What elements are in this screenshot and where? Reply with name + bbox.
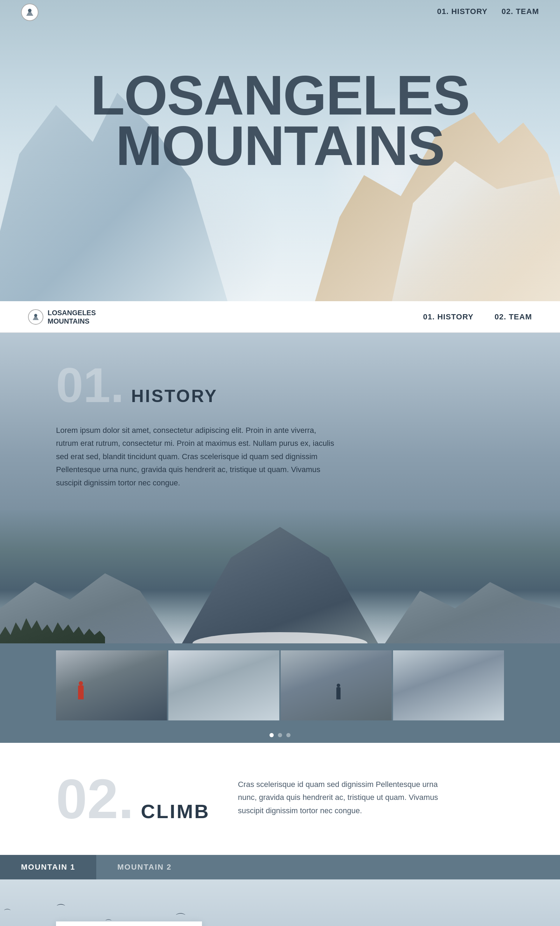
hero-title-block: LOSANGELES MOUNTAINS: [91, 70, 469, 171]
gallery-item-1[interactable]: [56, 651, 167, 720]
gallery-item-3[interactable]: [281, 651, 392, 720]
hero-nav-history[interactable]: 01. HISTORY: [437, 7, 488, 16]
gallery-strip: [0, 643, 560, 728]
history-title: HISTORY: [131, 386, 218, 406]
climb-section: 02. CLIMB Cras scelerisque id quam sed d…: [0, 743, 560, 855]
climber-red: [78, 685, 84, 699]
tab-mountain-2[interactable]: MOUNTAIN 2: [96, 855, 193, 879]
mountain-bg-right: [385, 556, 560, 643]
main-navbar: LOSANGELES MOUNTAINS 01. HISTORY 02. TEA…: [0, 301, 560, 333]
navbar-logo: LOSANGELES MOUNTAINS: [28, 309, 96, 325]
history-section: 01. HISTORY Lorem ipsum dolor sit amet, …: [0, 333, 560, 743]
hero-nav-team[interactable]: 02. TEAM: [501, 7, 539, 16]
history-heading: 01. HISTORY: [56, 361, 504, 410]
climb-heading: 02. CLIMB: [56, 771, 210, 827]
climb-body: Cras scelerisque id quam sed dignissim P…: [238, 771, 448, 817]
carousel-dot-1[interactable]: [270, 733, 274, 737]
climb-number: 02.: [56, 771, 134, 827]
gallery-item-4[interactable]: [393, 651, 504, 720]
navbar-nav-history[interactable]: 01. HISTORY: [423, 312, 474, 322]
climb-title: CLIMB: [141, 800, 210, 823]
hero-logo-icon: [21, 3, 39, 21]
carousel-dots: [0, 728, 560, 743]
navbar-nav-team[interactable]: 02. TEAM: [495, 312, 532, 322]
carousel-dot-2[interactable]: [278, 733, 282, 737]
hero-title: LOSANGELES MOUNTAINS: [91, 70, 469, 171]
tab-mountain-1[interactable]: MOUNTAIN 1: [0, 855, 96, 879]
hero-logo: [21, 3, 39, 21]
gallery-grid: [0, 651, 560, 720]
mountain-main-peak: [157, 521, 403, 643]
gallery-item-2[interactable]: [168, 651, 279, 720]
mountain-landscape: [0, 510, 560, 643]
history-content: 01. HISTORY Lorem ipsum dolor sit amet, …: [0, 361, 560, 510]
carousel-dot-3[interactable]: [286, 733, 290, 737]
mountain1-section: ⌒ ⌒ ⌒ ⌒ ⌒ ⌒ ⌒ ⌒ ⌒ ⌒ ⌒ ⌒ SCHEDULE 25 Nov …: [0, 879, 560, 926]
mountain-tabs: MOUNTAIN 1 MOUNTAIN 2: [0, 855, 560, 879]
history-body: Lorem ipsum dolor sit amet, consectetur …: [56, 424, 336, 489]
navbar-logo-icon: [28, 309, 44, 325]
bird-1: ⌒: [3, 908, 11, 918]
schedule-card: SCHEDULE 25 Nov 2016Vestibulum viverra28…: [56, 921, 202, 926]
hero-nav: 01. HISTORY 02. TEAM: [437, 7, 539, 16]
climber-dark: [337, 687, 341, 699]
bird-2: ⌒: [56, 902, 66, 915]
navbar-logo-text: LOSANGELES MOUNTAINS: [48, 309, 96, 325]
navbar-nav: 01. HISTORY 02. TEAM: [423, 312, 532, 322]
hero-section: 01. HISTORY 02. TEAM LOSANGELES MOUNTAIN…: [0, 0, 560, 301]
history-number: 01.: [56, 361, 124, 410]
